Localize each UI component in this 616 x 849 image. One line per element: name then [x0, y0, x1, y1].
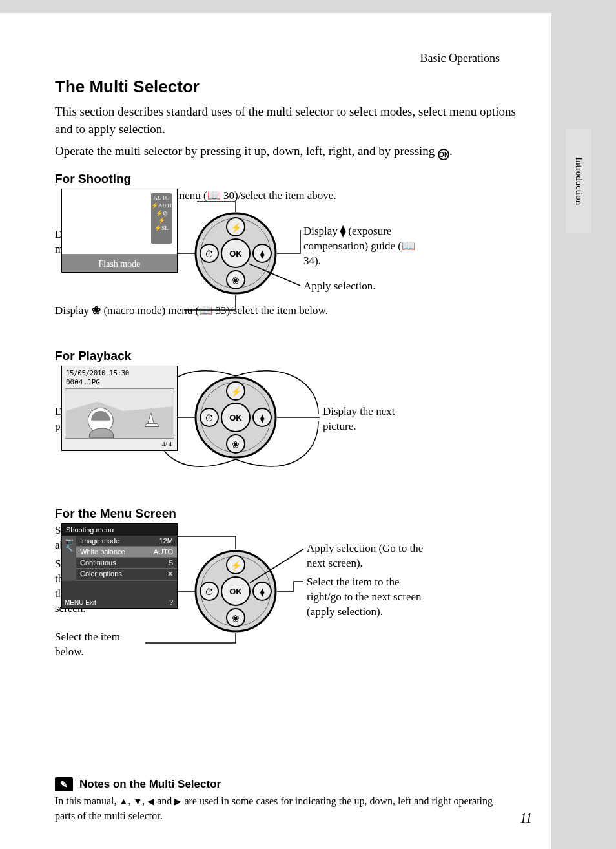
pencil-icon: ✎: [55, 777, 73, 791]
annot-select-below: Select the item below.: [55, 630, 142, 660]
annot-macro: Display ❀ (macro mode) menu (📖 33)/selec…: [55, 304, 416, 319]
svg-text:⧫: ⧫: [260, 414, 265, 424]
annot-select-right: Select the item to the right/go to the n…: [307, 575, 429, 620]
right-triangle-icon: ▶: [174, 797, 181, 806]
shooting-heading: For Shooting: [55, 172, 526, 186]
playback-block: Display the previous picture. Display th…: [55, 366, 526, 495]
shooting-block: Display ⚡ (flash mode) menu (📖 30)/selec…: [55, 189, 526, 337]
menu-tab-camera-icon: 📷🔧: [62, 536, 76, 580]
shooting-menu-screen: Shooting menu 📷🔧 Image mode12M White bal…: [61, 523, 178, 609]
notes-text: In this manual, ▲, ▼, ◀ and ▶ are used i…: [55, 794, 513, 823]
svg-text:⏱: ⏱: [205, 587, 214, 597]
intro-text-1: This section describes standard uses of …: [55, 103, 526, 138]
menu-item: Color options✕: [76, 569, 177, 580]
menu-item-selected: White balanceAUTO: [76, 547, 177, 558]
menu-item: ContinuousS: [76, 558, 177, 569]
down-triangle-icon: ▼: [133, 797, 142, 806]
svg-text:⏱: ⏱: [205, 414, 214, 423]
svg-text:OK: OK: [229, 413, 242, 423]
flash-mode-screen: AUTO ⚡AUTO ⚡⊘ ⚡ ⚡SL Flash mode: [61, 189, 178, 273]
flash-mode-icons: AUTO ⚡AUTO ⚡⊘ ⚡ ⚡SL: [151, 193, 172, 244]
multi-selector-dial-playback: OK ⚡ ❀ ⏱ ⧫: [194, 375, 278, 459]
svg-text:⚡: ⚡: [231, 222, 242, 233]
intro-text-2: Operate the multi selector by pressing i…: [55, 143, 526, 160]
section-tab: Introduction: [566, 129, 591, 233]
menu-title: Shooting menu: [62, 524, 177, 536]
multi-selector-dial-shooting: OK ⚡ ❀ ⏱ ⧫: [194, 211, 278, 295]
notes-section: ✎ Notes on the Multi Selector In this ma…: [55, 777, 513, 823]
menu-block: Select the item above. Select the item t…: [55, 523, 526, 666]
svg-text:⏱: ⏱: [205, 249, 214, 259]
playback-image: [65, 388, 174, 439]
annot-apply-menu: Apply selection (Go to the next screen).: [307, 541, 429, 571]
page-title: The Multi Selector: [55, 77, 526, 97]
svg-text:⚡: ⚡: [231, 560, 242, 571]
annot-apply: Apply selection.: [303, 279, 420, 294]
menu-exit-label: MENU Exit: [65, 599, 96, 606]
svg-text:❀: ❀: [232, 276, 240, 286]
svg-text:❀: ❀: [232, 440, 240, 450]
header-topic: Basic Operations: [55, 52, 500, 65]
svg-text:❀: ❀: [232, 614, 240, 624]
macro-icon: ❀: [92, 304, 101, 317]
section-tab-label: Introduction: [573, 157, 584, 205]
multi-selector-dial-menu: OK ⚡ ❀ ⏱ ⧫: [194, 549, 278, 633]
page-number: 11: [520, 811, 532, 826]
playback-count: 4/ 4: [162, 441, 172, 448]
menu-help-icon: ?: [169, 599, 173, 606]
svg-text:OK: OK: [229, 587, 242, 596]
manual-page: Introduction Basic Operations The Multi …: [0, 13, 551, 849]
annot-exposure: Display ⧫ (exposure compensation) guide …: [303, 224, 423, 269]
playback-date: 15/05/2010 15:30: [66, 369, 129, 377]
ok-icon: OK: [438, 149, 449, 160]
up-triangle-icon: ▲: [119, 797, 128, 806]
playback-screen: 15/05/2010 15:30 0004.JPG 4/ 4: [61, 366, 178, 451]
menu-heading: For the Menu Screen: [55, 507, 526, 521]
svg-text:⧫: ⧫: [260, 587, 265, 598]
svg-text:⚡: ⚡: [231, 386, 242, 397]
exposure-icon: ⧫: [340, 225, 345, 237]
notes-heading: Notes on the Multi Selector: [79, 778, 221, 791]
svg-text:⧫: ⧫: [260, 249, 265, 260]
menu-item: Image mode12M: [76, 536, 177, 547]
svg-text:OK: OK: [229, 249, 242, 258]
flash-mode-label: Flash mode: [62, 259, 177, 269]
left-triangle-icon: ◀: [147, 797, 154, 806]
playback-filename: 0004.JPG: [66, 378, 100, 386]
annot-next-picture: Display the next picture.: [323, 404, 420, 434]
playback-heading: For Playback: [55, 349, 526, 363]
menu-items: Image mode12M White balanceAUTO Continuo…: [76, 536, 177, 580]
notes-heading-row: ✎ Notes on the Multi Selector: [55, 777, 513, 791]
